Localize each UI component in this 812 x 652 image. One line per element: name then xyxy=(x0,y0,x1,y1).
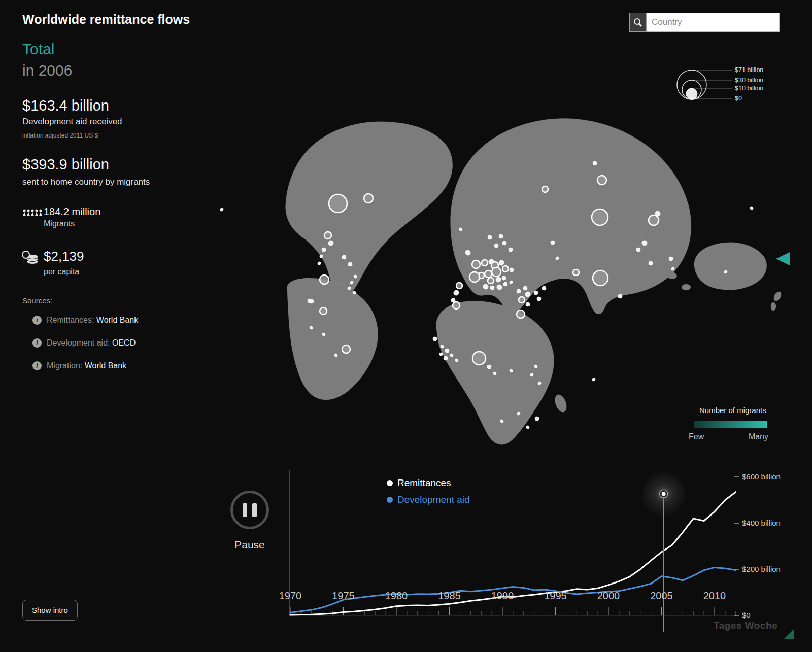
current-year-label: in 2006 xyxy=(22,62,72,79)
teal-arrow-icon xyxy=(776,252,790,265)
inflation-note: inflation adjusted 2011 US $ xyxy=(22,132,98,139)
search-button[interactable] xyxy=(629,13,647,32)
x-axis-label: 1975 xyxy=(323,590,364,602)
legend-label: Remittances xyxy=(397,477,451,489)
aid-total-value: $163.4 billion xyxy=(22,97,109,114)
x-axis-label: 2000 xyxy=(588,590,629,602)
money-per-capita-icon xyxy=(21,250,40,265)
remittances-total-label: sent to home country by migrants xyxy=(22,177,150,187)
y-axis-label: $200 billion xyxy=(742,565,781,573)
source-label: Remittances: xyxy=(47,316,94,324)
bubble-size-legend: $71 billion $30 billion $10 billion $0 xyxy=(675,61,789,104)
source-aid: i Development aid: OECD xyxy=(32,338,136,348)
per-capita-value: $2,139 xyxy=(44,249,84,264)
source-label: Migration: xyxy=(47,361,82,370)
x-axis-label: 2010 xyxy=(694,590,735,602)
mode-label: Total xyxy=(22,41,54,58)
migrants-legend-title: Number of migrants xyxy=(699,406,766,415)
x-axis-label: 2005 xyxy=(641,590,682,602)
brand-logo: Tages Woche xyxy=(714,620,777,631)
legend-label: Development aid xyxy=(397,494,470,505)
x-axis-label: 1970 xyxy=(270,590,311,602)
migrants-legend-max: Many xyxy=(749,432,768,441)
x-axis-label: 1980 xyxy=(376,590,417,602)
pause-button[interactable] xyxy=(230,491,269,529)
brand-corner-mark xyxy=(784,629,794,639)
migrants-value: 184.2 million xyxy=(44,206,100,218)
show-intro-button[interactable]: Show intro xyxy=(22,600,78,621)
country-search xyxy=(629,13,780,32)
info-icon[interactable]: i xyxy=(32,361,42,370)
migrants-legend-min: Few xyxy=(689,432,704,441)
year-marker xyxy=(640,470,687,632)
pause-icon xyxy=(243,503,247,517)
pause-label: Pause xyxy=(230,539,269,551)
page-title: Worldwide remittance flows xyxy=(22,12,190,27)
source-value: World Bank xyxy=(96,316,138,324)
x-axis-label: 1990 xyxy=(482,590,523,602)
legend-label-0: $0 xyxy=(735,95,742,102)
info-icon[interactable]: i xyxy=(32,316,42,325)
x-axis-label: 1995 xyxy=(535,590,576,602)
legend-label-10b: $10 billion xyxy=(735,85,763,92)
legend-label-71b: $71 billion xyxy=(735,66,763,74)
source-migration: i Migration: World Bank xyxy=(32,361,126,370)
migrants-icon xyxy=(22,208,43,221)
app: Worldwide remittance flows Total in 2006… xyxy=(0,0,812,652)
pause-icon xyxy=(252,503,257,517)
source-remittances: i Remittances: World Bank xyxy=(32,316,138,325)
y-axis-label: $0 xyxy=(742,611,751,620)
migrants-count-legend: Number of migrants Few Many xyxy=(688,406,769,441)
y-axis-label: $400 billion xyxy=(742,519,781,527)
chart-legend-item: Development aid xyxy=(387,494,470,505)
chart-legend-item: Remittances xyxy=(387,477,451,489)
remittances-total-value: $393.9 billion xyxy=(22,156,109,173)
legend-label-30b: $30 billion xyxy=(735,77,763,84)
sources-heading: Sources: xyxy=(22,296,52,305)
x-axis-label: 1985 xyxy=(429,590,470,602)
migrants-label: Migrants xyxy=(44,219,75,228)
migrants-gradient-bar xyxy=(694,421,767,428)
search-input[interactable] xyxy=(647,13,780,32)
source-label: Development aid: xyxy=(47,338,110,347)
info-icon[interactable]: i xyxy=(32,338,42,348)
search-icon xyxy=(634,18,642,26)
per-capita-label: per capita xyxy=(44,267,79,277)
year-slider-handle[interactable] xyxy=(662,492,666,496)
legend-dot-icon xyxy=(387,480,393,486)
legend-dot-icon xyxy=(387,497,393,503)
source-value: World Bank xyxy=(85,361,126,370)
aid-total-label: Development aid received xyxy=(22,117,122,127)
source-value: OECD xyxy=(112,338,136,347)
y-axis-label: $600 billion xyxy=(742,472,781,481)
